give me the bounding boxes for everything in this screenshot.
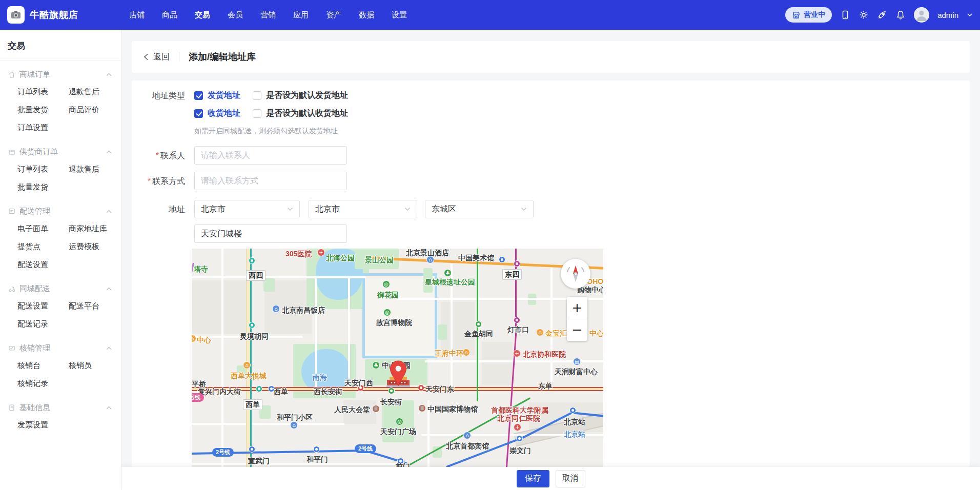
sidebar-section-header[interactable]: 供货商订单 <box>0 146 121 157</box>
metro-station-icon <box>476 321 481 327</box>
checkbox-box[interactable] <box>194 109 203 118</box>
chevron-up-icon <box>106 406 112 410</box>
compass-control[interactable] <box>561 259 590 289</box>
metro-station-icon <box>570 407 576 413</box>
sidebar-item[interactable]: 订单列表 <box>17 87 69 97</box>
sidebar-item[interactable]: 退款售后 <box>69 165 120 174</box>
checkbox-是否设为默认收货地址[interactable]: 是否设为默认收货地址 <box>253 108 348 119</box>
map-label: 东四 <box>502 269 522 280</box>
sidebar-item[interactable]: 商品评价 <box>69 105 120 115</box>
top-nav-item[interactable]: 会员 <box>228 10 243 20</box>
sidebar-item[interactable]: 核销员 <box>69 361 120 371</box>
city-select[interactable]: 北京市 <box>309 200 417 218</box>
top-nav-item[interactable]: 商品 <box>162 10 177 20</box>
sidebar-section-label: 供货商订单 <box>19 147 58 157</box>
chevron-up-icon <box>106 287 112 291</box>
map-label: 皇城根遗址公园 <box>425 278 475 287</box>
sidebar-item[interactable]: 配送设置 <box>17 301 69 311</box>
checkbox-box[interactable] <box>253 109 261 118</box>
bell-icon[interactable] <box>895 10 906 20</box>
map-label: 灯市口 <box>507 325 529 335</box>
chevron-down-icon[interactable] <box>967 12 973 18</box>
sidebar-title: 交易 <box>0 30 121 60</box>
sidebar-item[interactable]: 订单设置 <box>17 123 69 133</box>
top-nav-item[interactable]: 店铺 <box>129 10 145 20</box>
sidebar-item[interactable]: 提货点 <box>17 242 69 252</box>
sidebar-item[interactable]: 退款售后 <box>69 87 120 97</box>
sidebar-section-header[interactable]: 商城订单 <box>0 69 121 80</box>
chevron-up-icon <box>106 73 112 76</box>
mobile-icon[interactable] <box>840 10 850 20</box>
zoom-out-button[interactable]: − <box>567 319 587 341</box>
sidebar-section-label: 配送管理 <box>19 207 50 216</box>
checkbox-发货地址[interactable]: 发货地址 <box>194 90 240 101</box>
brand: 牛酷旗舰店 <box>0 6 78 24</box>
map-label: 中心 <box>197 336 211 345</box>
sidebar-item[interactable]: 配送设置 <box>17 260 69 270</box>
map-label: 天安门广场 <box>380 427 416 437</box>
province-select[interactable]: 北京市 <box>194 200 300 218</box>
sidebar-item[interactable]: 订单列表 <box>17 165 69 174</box>
sidebar-item[interactable]: 配送平台 <box>69 301 120 311</box>
checkbox-box[interactable] <box>194 91 203 100</box>
top-nav-item[interactable]: 交易 <box>195 10 210 20</box>
sidebar-item[interactable]: 核销台 <box>17 361 69 371</box>
small-park <box>438 324 447 340</box>
shop-poi-icon: ⌂ <box>462 349 470 356</box>
top-nav-item[interactable]: 营销 <box>260 10 276 20</box>
sidebar-item[interactable]: 运费模板 <box>69 242 120 252</box>
map-label: 北京协和医院 <box>523 350 566 359</box>
avatar[interactable] <box>914 7 929 23</box>
rocket-icon[interactable] <box>877 10 887 20</box>
zoom-in-button[interactable]: + <box>567 297 587 319</box>
checkbox-box[interactable] <box>253 91 261 100</box>
map-label: 天安门东 <box>425 385 454 394</box>
save-button[interactable]: 保存 <box>517 470 549 487</box>
checkbox-收货地址[interactable]: 收货地址 <box>194 108 240 119</box>
map-label: 金鱼胡同 <box>464 330 493 339</box>
sidebar-section-label: 商城订单 <box>19 70 50 79</box>
top-nav-item[interactable]: 数据 <box>359 10 374 20</box>
map-label: 和平门 <box>307 455 328 464</box>
sidebar-section-header[interactable]: 配送管理 <box>0 206 121 217</box>
business-status-badge[interactable]: 营业中 <box>785 7 832 23</box>
map-label: 中国美术馆 <box>458 254 494 263</box>
sidebar-item[interactable]: 商家地址库 <box>69 224 120 234</box>
map-label: 人民大会堂 <box>334 405 370 415</box>
gear-icon[interactable] <box>859 10 869 20</box>
phone-input[interactable] <box>194 172 347 190</box>
map-label: 南海 <box>313 373 327 382</box>
top-nav-item[interactable]: 资产 <box>326 10 341 20</box>
checkbox-是否设为默认发货地址[interactable]: 是否设为默认发货地址 <box>253 90 348 101</box>
district-select[interactable]: 东城区 <box>425 200 534 218</box>
delivery-manage-icon <box>8 207 16 215</box>
sidebar-section-header[interactable]: 基础信息 <box>0 402 121 413</box>
sidebar-item[interactable]: 核销记录 <box>17 379 69 389</box>
map-canvas[interactable]: 305医院北海公园塔寺西四景山公园北京景山酒店中国美术馆东四皇城根遗址公园御花园… <box>192 249 603 467</box>
page-header: 返回 添加/编辑地址库 <box>132 41 970 73</box>
top-nav-item[interactable]: 设置 <box>392 10 407 20</box>
contact-input[interactable] <box>194 146 347 165</box>
metro-station-icon <box>517 436 522 441</box>
map-label: 复兴门内大街 <box>198 387 241 397</box>
scenic-poi-icon: ◎ <box>382 280 390 288</box>
shop-poi-icon: ⌂ <box>192 335 196 342</box>
detail-address-input[interactable] <box>194 224 347 243</box>
back-button[interactable]: 返回 <box>143 52 170 63</box>
sidebar-item[interactable]: 配送记录 <box>17 319 69 329</box>
map-label: 御花园 <box>377 291 399 300</box>
sidebar-section-header[interactable]: 同城配送 <box>0 283 121 294</box>
sidebar-item[interactable]: 批量发货 <box>17 105 69 115</box>
map-block <box>482 342 513 385</box>
user-menu[interactable]: admin <box>937 11 958 19</box>
sidebar-item[interactable]: 批量发货 <box>17 182 69 192</box>
sidebar-item[interactable]: 电子面单 <box>17 224 69 234</box>
map-label: 中心 <box>589 329 603 338</box>
park-poi-icon: ♣ <box>444 269 452 277</box>
top-nav-item[interactable]: 应用 <box>293 10 309 20</box>
cancel-button[interactable]: 取消 <box>556 470 585 487</box>
sidebar-item[interactable]: 发票设置 <box>17 420 69 430</box>
sidebar-section-header[interactable]: 核销管理 <box>0 342 121 354</box>
metro-station-icon <box>389 388 394 394</box>
map-label: 西单 <box>274 387 288 397</box>
